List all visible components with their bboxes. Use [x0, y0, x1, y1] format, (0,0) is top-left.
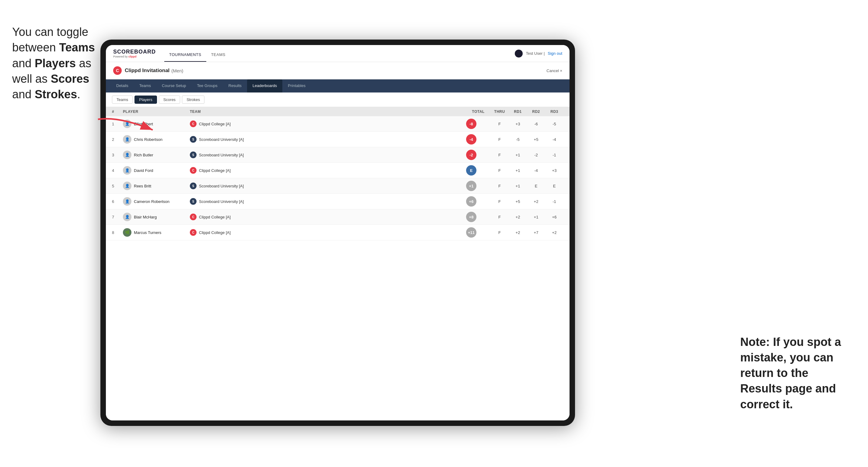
- nav-tournaments[interactable]: TOURNAMENTS: [164, 52, 206, 62]
- table-row: 1 👤 Elliot Ebert C Clippd College [A] -8…: [106, 116, 569, 132]
- tab-course-setup[interactable]: Course Setup: [156, 80, 192, 92]
- player-2: 👤 Chris Robertson: [123, 135, 190, 144]
- rd2-6: +2: [527, 199, 545, 204]
- rd3-4: +3: [545, 168, 563, 173]
- col-player: PLAYER: [123, 110, 190, 114]
- player-avatar-5: 👤: [123, 182, 131, 190]
- total-6: +6: [466, 196, 490, 207]
- team-8: C Clippd College [A]: [190, 229, 466, 236]
- total-1: -8: [466, 119, 490, 129]
- team-3: S Scoreboard University [A]: [190, 152, 466, 158]
- col-total: TOTAL: [466, 110, 490, 114]
- team-5: S Scoreboard University [A]: [190, 183, 466, 189]
- total-5: +1: [466, 181, 490, 191]
- sub-tab-players[interactable]: Players: [134, 96, 157, 104]
- rd1-6: +5: [509, 199, 527, 204]
- user-label: Test User |: [526, 51, 545, 56]
- table-row: 5 👤 Rees Britt S Scoreboard University […: [106, 178, 569, 194]
- score-badge-3: -2: [466, 150, 476, 160]
- col-team: TEAM: [190, 110, 466, 114]
- rd1-7: +2: [509, 215, 527, 219]
- table-row: 6 👤 Cameron Robertson S Scoreboard Unive…: [106, 194, 569, 209]
- rank-5: 5: [112, 184, 123, 188]
- rd3-8: +2: [545, 230, 563, 235]
- total-8: +11: [466, 227, 490, 238]
- rank-4: 4: [112, 168, 123, 173]
- sub-tab-scores[interactable]: Scores: [159, 96, 180, 104]
- score-badge-4: E: [466, 165, 476, 176]
- rd1-8: +2: [509, 230, 527, 235]
- logo-title: SCOREBOARD: [113, 49, 156, 55]
- right-annotation: Note: If you spot a mistake, you can ret…: [740, 334, 853, 412]
- col-rd3: RD3: [545, 110, 563, 114]
- team-logo-7: C: [190, 214, 196, 220]
- col-rank: #: [112, 110, 123, 114]
- thru-3: F: [490, 153, 509, 157]
- thru-2: F: [490, 137, 509, 142]
- score-badge-2: -4: [466, 134, 476, 145]
- arrow-indicator: [95, 116, 156, 134]
- player-8: 🌿 Marcus Turners: [123, 228, 190, 237]
- rd2-5: E: [527, 184, 545, 188]
- total-7: +8: [466, 212, 490, 222]
- col-rd2: RD2: [527, 110, 545, 114]
- rd2-1: -6: [527, 122, 545, 126]
- tab-bar: Details Teams Course Setup Tee Groups Re…: [106, 80, 569, 92]
- score-badge-5: +1: [466, 181, 476, 191]
- rd3-5: E: [545, 184, 563, 188]
- thru-5: F: [490, 184, 509, 188]
- team-logo-6: S: [190, 198, 196, 205]
- col-rd1: RD1: [509, 110, 527, 114]
- score-badge-7: +8: [466, 212, 476, 222]
- team-logo-3: S: [190, 152, 196, 158]
- player-5: 👤 Rees Britt: [123, 182, 190, 190]
- rd1-2: -5: [509, 137, 527, 142]
- sub-tab-strokes[interactable]: Strokes: [182, 96, 205, 104]
- nav-teams[interactable]: TEAMS: [206, 52, 230, 62]
- team-7: C Clippd College [A]: [190, 214, 466, 220]
- tab-printables[interactable]: Printables: [282, 80, 311, 92]
- team-logo-8: C: [190, 229, 196, 236]
- thru-8: F: [490, 230, 509, 235]
- thru-7: F: [490, 215, 509, 219]
- team-2: S Scoreboard University [A]: [190, 136, 466, 143]
- tab-teams[interactable]: Teams: [134, 80, 156, 92]
- rd2-3: -2: [527, 153, 545, 157]
- player-avatar-2: 👤: [123, 135, 131, 144]
- tab-details[interactable]: Details: [111, 80, 134, 92]
- player-4: 👤 David Ford: [123, 166, 190, 175]
- rd3-1: -5: [545, 122, 563, 126]
- table-row: 8 🌿 Marcus Turners C Clippd College [A] …: [106, 225, 569, 240]
- rank-2: 2: [112, 137, 123, 142]
- nav-links: TOURNAMENTS TEAMS: [164, 45, 230, 62]
- nav-right: Test User | Sign out: [515, 50, 562, 58]
- cancel-button[interactable]: Cancel ×: [547, 68, 562, 73]
- leaderboard-table: # PLAYER TEAM TOTAL THRU RD1 RD2 RD3 1 👤…: [106, 107, 569, 421]
- logo-sub: Powered by clippd: [113, 55, 156, 58]
- tournament-header: C Clippd Invitational (Men) Cancel ×: [106, 62, 569, 80]
- rank-3: 3: [112, 153, 123, 157]
- sub-tab-bar: Teams Players Scores Strokes: [106, 92, 569, 107]
- rank-8: 8: [112, 230, 123, 235]
- sub-tab-teams[interactable]: Teams: [112, 96, 133, 104]
- player-avatar-4: 👤: [123, 166, 131, 175]
- table-row: 3 👤 Rich Butler S Scoreboard University …: [106, 147, 569, 163]
- total-3: -2: [466, 150, 490, 160]
- rd1-5: +1: [509, 184, 527, 188]
- rd2-8: +7: [527, 230, 545, 235]
- tab-tee-groups[interactable]: Tee Groups: [192, 80, 223, 92]
- rd3-3: -1: [545, 153, 563, 157]
- tablet-frame: SCOREBOARD Powered by clippd TOURNAMENTS…: [100, 39, 575, 426]
- team-6: S Scoreboard University [A]: [190, 198, 466, 205]
- player-7: 👤 Blair McHarg: [123, 213, 190, 221]
- rd3-7: +6: [545, 215, 563, 219]
- thru-4: F: [490, 168, 509, 173]
- sign-out-link[interactable]: Sign out: [548, 51, 562, 56]
- player-avatar-6: 👤: [123, 197, 131, 206]
- tab-results[interactable]: Results: [223, 80, 247, 92]
- player-3: 👤 Rich Butler: [123, 151, 190, 159]
- tab-leaderboards[interactable]: Leaderboards: [247, 80, 282, 92]
- team-logo-5: S: [190, 183, 196, 189]
- rd1-3: +1: [509, 153, 527, 157]
- tournament-gender: (Men): [171, 68, 183, 73]
